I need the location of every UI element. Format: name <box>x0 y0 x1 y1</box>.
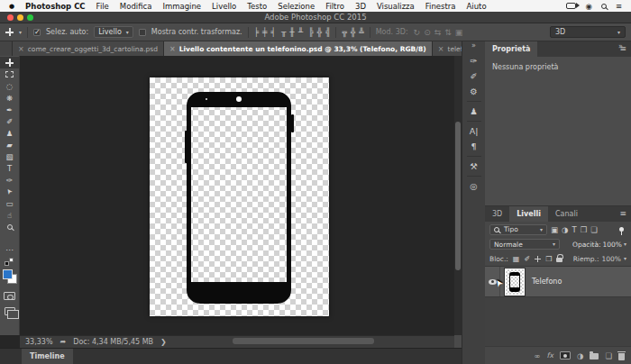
apple-logo-icon[interactable]: ● <box>9 3 14 10</box>
document-canvas[interactable] <box>150 77 329 316</box>
quick-selection-tool[interactable]: ❋ <box>0 92 20 104</box>
tab-3d[interactable]: 3D <box>485 206 509 222</box>
tab-canali[interactable]: Canali <box>548 206 585 222</box>
fill-value[interactable]: 100% <box>602 255 621 263</box>
rectangle-shape-tool[interactable]: ▭ <box>0 197 20 209</box>
distribute-top-icon[interactable]: ╦ <box>342 28 346 37</box>
menu-item-aiuto[interactable]: Aiuto <box>467 2 487 11</box>
filter-smart-object-icon[interactable]: ❏ <box>590 225 598 234</box>
default-swap-swatches[interactable] <box>5 258 14 266</box>
libraries-panel-icon[interactable]: ◎ <box>462 178 485 194</box>
adjustments-panel-icon[interactable]: ⚙ <box>462 84 485 99</box>
workspace-dropdown[interactable]: 3D ▾ <box>550 26 626 38</box>
eraser-tool[interactable]: ▰ <box>0 139 20 150</box>
marquee-tool[interactable] <box>0 68 20 80</box>
tab-proprieta[interactable]: Proprietà <box>485 41 537 57</box>
add-layer-mask-icon[interactable] <box>560 351 571 359</box>
tool-preset-caret-icon[interactable]: ▾ <box>19 30 22 35</box>
align-center-h-icon[interactable]: ╪ <box>262 28 267 37</box>
canvas-area[interactable] <box>20 56 454 335</box>
blend-mode-dropdown[interactable]: Normale ▾ <box>489 239 560 250</box>
close-tab-icon[interactable]: × <box>169 45 176 53</box>
filter-type-layers-icon[interactable]: T <box>572 225 576 234</box>
auto-select-checkbox[interactable] <box>33 29 41 36</box>
menu-item-selezione[interactable]: Selezione <box>278 2 315 11</box>
zoom-tool[interactable] <box>0 221 20 232</box>
brush-tool[interactable]: ✐ <box>0 115 20 127</box>
lock-transparent-pixels-icon[interactable]: ▦ <box>513 255 520 263</box>
paragraph-panel-icon[interactable]: ¶ <box>462 139 485 154</box>
close-tab-icon[interactable]: × <box>18 45 24 53</box>
tab-livelli[interactable]: Livelli <box>509 206 548 222</box>
distribute-right-icon[interactable]: ╣ <box>325 28 330 37</box>
clone-source-panel-icon[interactable]: ♟ <box>462 104 485 119</box>
distribute-center-h-icon[interactable]: ╬ <box>317 28 322 37</box>
vertical-scrollbar-thumb[interactable] <box>455 122 461 270</box>
menu-item-3d[interactable]: 3D <box>355 2 366 11</box>
close-tab-icon[interactable]: × <box>438 45 444 53</box>
panel-menu-icon[interactable]: ≡ <box>619 209 626 218</box>
edit-toolbar-button[interactable]: ⋯ <box>0 243 20 255</box>
character-panel-icon[interactable]: A| <box>462 123 485 139</box>
show-transform-checkbox[interactable] <box>139 29 146 36</box>
menu-item-visualizza[interactable]: Visualizza <box>377 2 415 11</box>
new-layer-icon[interactable]: ❏ <box>605 351 612 360</box>
chevron-down-icon[interactable]: ▾ <box>624 256 626 261</box>
type-tool[interactable]: T <box>0 162 20 174</box>
filter-adjustment-layers-icon[interactable]: ◑ <box>562 225 568 234</box>
new-group-folder-icon[interactable] <box>590 353 599 359</box>
layer-filter-dropdown[interactable]: Tipo ▾ <box>489 224 547 235</box>
brush-settings-panel-icon[interactable]: ✑ <box>462 53 485 68</box>
link-layers-icon[interactable]: ∞ <box>534 351 540 360</box>
color-swatches[interactable] <box>3 269 17 284</box>
tool-presets-panel-icon[interactable]: ⚒ <box>462 159 485 174</box>
distribute-center-v-icon[interactable]: ╬ <box>351 28 355 37</box>
opacity-value[interactable]: 100% <box>603 241 622 249</box>
eye-status-icon[interactable]: ◉ <box>585 2 591 11</box>
spotlight-search-icon[interactable] <box>601 4 607 9</box>
align-bottom-icon[interactable]: ╨ <box>298 28 303 37</box>
menu-item-finestra[interactable]: Finestra <box>425 2 456 11</box>
auto-select-dropdown[interactable]: Livello ▾ <box>94 26 133 38</box>
timeline-tab[interactable]: Timeline <box>22 349 73 364</box>
move-tool-preset-icon[interactable] <box>5 28 14 36</box>
distribute-left-icon[interactable]: ╠ <box>308 28 313 37</box>
filter-toggle-pin-icon[interactable] <box>619 227 624 232</box>
lasso-tool[interactable]: ◌ <box>0 80 20 92</box>
hand-tool[interactable]: ☝ <box>0 209 20 221</box>
layer-row-telefono[interactable]: Telefono <box>485 267 631 297</box>
screen-mode-button[interactable] <box>5 307 15 315</box>
layer-name[interactable]: Telefono <box>532 278 562 286</box>
filter-pixel-layers-icon[interactable]: ▣ <box>551 225 558 234</box>
menu-item-file[interactable]: File <box>96 2 109 11</box>
layer-style-fx-icon[interactable]: fx <box>546 351 553 359</box>
filter-shape-layers-icon[interactable]: ❒ <box>581 225 588 234</box>
lock-image-pixels-icon[interactable]: ✐ <box>524 255 530 263</box>
adjustment-layer-icon[interactable]: ◑ <box>577 351 583 360</box>
move-tool[interactable] <box>0 57 20 68</box>
menu-item-livello[interactable]: Livello <box>212 2 236 11</box>
status-chevron-icon[interactable]: ❯ <box>160 338 167 346</box>
foreground-color-swatch[interactable] <box>3 269 13 279</box>
menu-app-name[interactable]: Photoshop CC <box>25 2 86 11</box>
eyedropper-tool[interactable]: ✒ <box>0 104 20 115</box>
expand-dock-icon[interactable]: » <box>471 41 476 53</box>
document-tab-1[interactable]: × come_creare_oggetti_3d_cartolina.psd <box>13 41 164 56</box>
screen-record-icon[interactable] <box>566 3 576 9</box>
quick-mask-button[interactable] <box>4 292 15 300</box>
menu-item-immagine[interactable]: Immagine <box>162 2 201 11</box>
pen-tool[interactable]: ✑ <box>0 174 20 186</box>
notification-list-icon[interactable]: ≡ <box>616 2 622 11</box>
gradient-tool[interactable]: ▧ <box>0 150 20 162</box>
zoom-level-field[interactable]: 33,33% <box>25 338 53 346</box>
lock-position-icon[interactable] <box>535 256 541 262</box>
layer-thumbnail[interactable] <box>505 268 525 296</box>
delete-layer-trash-icon[interactable] <box>618 353 625 360</box>
menu-item-filtro[interactable]: Filtro <box>325 2 344 11</box>
menu-item-modifica[interactable]: Modifica <box>120 2 152 11</box>
path-selection-tool[interactable]: ➤ <box>0 186 20 197</box>
horizontal-scrollbar-thumb[interactable] <box>233 338 374 344</box>
align-center-v-icon[interactable]: ╫ <box>289 28 294 37</box>
document-tab-2-active[interactable]: × Livello contentente un telefonino.psd … <box>164 41 433 56</box>
distribute-bottom-icon[interactable]: ╩ <box>359 28 363 37</box>
